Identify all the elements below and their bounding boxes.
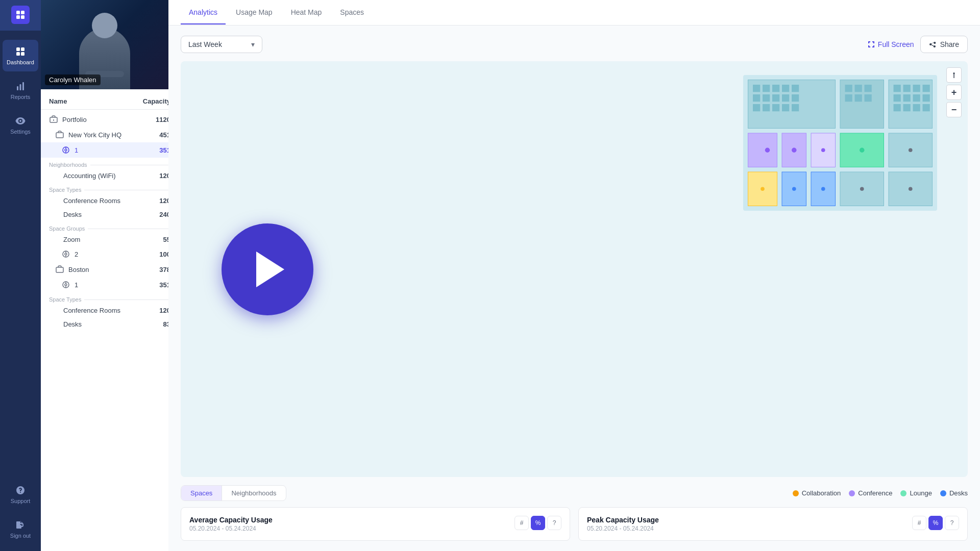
zoom-label: Zoom <box>63 236 163 243</box>
nav-item-settings[interactable]: Settings <box>3 109 38 141</box>
legend-tab-spaces[interactable]: Spaces <box>181 486 222 500</box>
svg-point-15 <box>65 149 67 151</box>
svg-point-76 <box>821 148 825 152</box>
floor2-icon <box>61 249 70 259</box>
svg-point-19 <box>65 253 67 255</box>
metric-avg-controls: # % ? <box>514 516 561 530</box>
svg-rect-60 <box>855 94 862 102</box>
svg-point-83 <box>909 187 913 191</box>
tab-analytics[interactable]: Analytics <box>181 1 226 24</box>
desks-label: Desks <box>949 489 968 497</box>
time-range-dropdown[interactable]: Last Week ▾ <box>181 36 262 53</box>
share-button[interactable]: Share <box>920 36 968 53</box>
zoom-in-button[interactable]: + <box>946 85 962 100</box>
svg-rect-42 <box>763 85 770 92</box>
legend-tabs-row: Spaces Neighborhoods Collaboration Confe… <box>181 485 968 501</box>
tree-item-conf-rooms2[interactable]: Conference Rooms 120 <box>41 304 179 317</box>
tree-list: Portfolio 1120 New York City HQ 451 <box>41 110 179 551</box>
legend-tabs: Spaces Neighborhoods <box>181 485 286 501</box>
legend-collaboration: Collaboration <box>793 489 841 497</box>
metric-avg-hash[interactable]: # <box>514 516 529 530</box>
svg-rect-72 <box>913 104 920 111</box>
section-neighborhoods: Neighborhoods <box>41 158 179 169</box>
svg-rect-70 <box>894 104 901 111</box>
tree-item-floor1b[interactable]: 1 351 <box>41 277 179 292</box>
tree-item-accounting[interactable]: Accounting (WiFi) 120 <box>41 169 179 183</box>
time-range-value: Last Week <box>188 40 222 48</box>
svg-rect-59 <box>845 94 852 102</box>
tab-usage-map[interactable]: Usage Map <box>228 1 281 24</box>
tree-item-boston[interactable]: Boston 378 <box>41 262 179 277</box>
svg-point-82 <box>860 187 864 191</box>
dashboard-icon <box>15 46 26 57</box>
tree-item-portfolio[interactable]: Portfolio 1120 <box>41 112 179 127</box>
floor1b-icon <box>61 280 70 289</box>
reset-north-button[interactable] <box>946 67 962 83</box>
nav-item-signout[interactable]: Sign out <box>3 513 38 545</box>
tab-heat-map[interactable]: Heat Map <box>283 1 330 24</box>
metric-peak-info[interactable]: ? <box>945 516 959 530</box>
boston-icon <box>55 265 64 274</box>
legend-tab-neighborhoods[interactable]: Neighborhoods <box>222 486 285 500</box>
svg-rect-54 <box>782 104 789 111</box>
svg-rect-52 <box>763 104 770 111</box>
metric-avg-percent[interactable]: % <box>531 516 545 530</box>
svg-rect-43 <box>772 85 779 92</box>
floor1-icon <box>61 145 70 155</box>
metric-avg-info[interactable]: ? <box>547 516 561 530</box>
metric-peak-hash[interactable]: # <box>912 516 926 530</box>
play-icon <box>256 252 284 287</box>
nav-item-dashboard[interactable]: Dashboard <box>3 40 38 71</box>
tree-item-zoom[interactable]: Zoom 55 <box>41 233 179 246</box>
svg-rect-50 <box>792 94 799 102</box>
metric-avg-date: 05.20.2024 - 05.24.2024 <box>189 525 273 532</box>
metric-peak-controls: # % ? <box>912 516 959 530</box>
tree-item-floor1[interactable]: 1 351 <box>41 142 179 158</box>
svg-rect-48 <box>772 94 779 102</box>
metric-peak-title: Peak Capacity Usage <box>587 516 659 524</box>
metrics-row: Average Capacity Usage 05.20.2024 - 05.2… <box>181 507 968 541</box>
nav-item-support[interactable]: Support <box>3 479 38 510</box>
metric-peak-date: 05.20.2024 - 05.24.2024 <box>587 525 659 532</box>
svg-rect-68 <box>913 94 920 102</box>
tree-item-desks1[interactable]: Desks 240 <box>41 208 179 221</box>
fullscreen-button[interactable]: Full Screen <box>868 40 914 48</box>
play-button[interactable] <box>222 223 313 315</box>
metric-peak-percent[interactable]: % <box>928 516 943 530</box>
tab-spaces[interactable]: Spaces <box>332 1 372 24</box>
svg-rect-10 <box>22 82 24 90</box>
svg-rect-4 <box>16 47 20 51</box>
legend-conference: Conference <box>849 489 892 497</box>
metric-card-avg: Average Capacity Usage 05.20.2024 - 05.2… <box>181 507 570 541</box>
svg-rect-45 <box>792 85 799 92</box>
zoom-in-icon: + <box>951 88 957 97</box>
share-label: Share <box>940 40 959 48</box>
svg-rect-44 <box>782 85 789 92</box>
svg-rect-51 <box>753 104 760 111</box>
svg-point-80 <box>792 187 796 191</box>
main-content: Analytics Usage Map Heat Map Spaces Last… <box>168 0 980 551</box>
svg-rect-8 <box>17 86 18 90</box>
nav-sidebar: Dashboard Reports <box>0 0 41 551</box>
svg-rect-69 <box>923 94 930 102</box>
svg-rect-61 <box>865 94 872 102</box>
svg-rect-56 <box>845 85 852 92</box>
tree-item-desks2[interactable]: Desks 83 <box>41 317 179 331</box>
svg-rect-47 <box>763 94 770 102</box>
svg-rect-63 <box>903 85 911 92</box>
svg-rect-53 <box>772 104 779 111</box>
svg-rect-66 <box>894 94 901 102</box>
user-video-panel: Carolyn Whalen <box>41 0 168 89</box>
tree-item-floor2[interactable]: 2 100 <box>41 246 179 262</box>
map-container: + − <box>181 61 968 477</box>
nav-item-reports[interactable]: Reports <box>3 74 38 106</box>
svg-rect-2 <box>16 15 20 19</box>
zoom-out-button[interactable]: − <box>946 102 962 117</box>
section-space-types: Space Types <box>41 183 179 194</box>
svg-rect-71 <box>903 104 911 111</box>
tree-item-conf-rooms[interactable]: Conference Rooms 120 <box>41 194 179 208</box>
svg-rect-0 <box>16 11 20 14</box>
dropdown-arrow-icon: ▾ <box>251 40 255 48</box>
tree-item-nyc[interactable]: New York City HQ 451 <box>41 127 179 142</box>
legend-desks: Desks <box>940 489 968 497</box>
